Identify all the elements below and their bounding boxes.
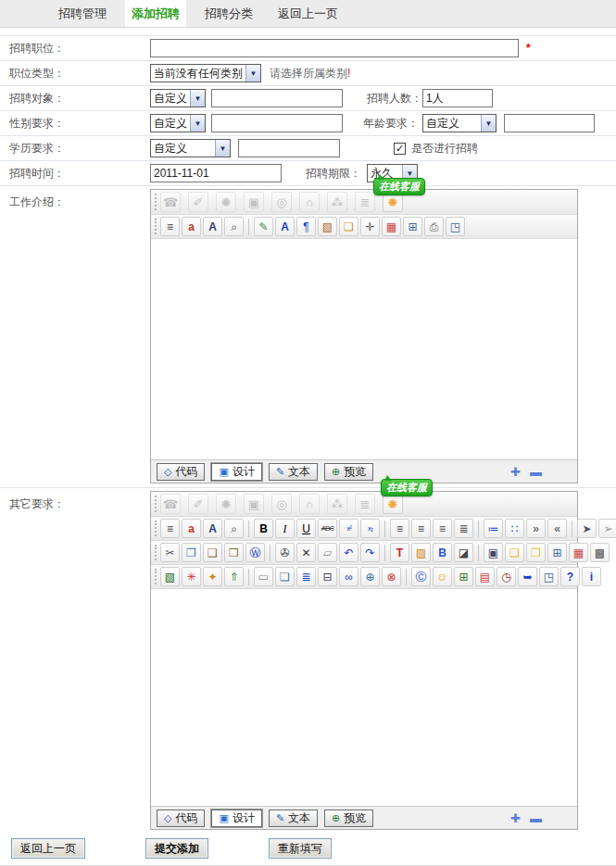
font-name-icon[interactable]: a bbox=[182, 217, 201, 236]
copy-icon[interactable]: ❐ bbox=[182, 543, 201, 562]
table-icon[interactable]: ⊞ bbox=[403, 217, 422, 236]
editor-tab-text[interactable]: ✎文本 bbox=[269, 810, 318, 827]
font-size-icon[interactable]: A bbox=[203, 519, 222, 538]
education-select[interactable]: 自定义 ▼ bbox=[150, 139, 231, 157]
font-name-icon[interactable]: a bbox=[182, 519, 201, 538]
age-select[interactable]: 自定义 ▼ bbox=[422, 114, 497, 132]
find-icon[interactable]: ✇ bbox=[275, 543, 295, 562]
outdent-icon[interactable]: « bbox=[547, 519, 567, 538]
fill-color-icon[interactable]: ▨ bbox=[411, 543, 431, 562]
submit-add-button[interactable]: 提交添加 bbox=[145, 838, 208, 859]
gender-custom-input[interactable] bbox=[211, 114, 343, 132]
align-right-icon[interactable]: ≡ bbox=[433, 519, 452, 538]
form-fields-icon[interactable]: ≣ bbox=[296, 567, 316, 586]
paragraph-mark-icon[interactable]: ¶ bbox=[296, 217, 316, 236]
job-title-input[interactable] bbox=[150, 39, 519, 57]
target-select[interactable]: 自定义 ▼ bbox=[150, 89, 206, 107]
refresh-component-icon[interactable]: Ⓒ bbox=[411, 567, 431, 586]
back-button[interactable]: 返回上一页 bbox=[11, 838, 85, 859]
paragraph-format-icon[interactable]: ≡ bbox=[160, 217, 180, 236]
select-cursor-icon[interactable]: ➤ bbox=[577, 519, 597, 538]
tools-icon[interactable]: ✛ bbox=[360, 217, 380, 236]
age-custom-input[interactable] bbox=[504, 114, 595, 132]
underline-icon[interactable]: U bbox=[296, 519, 316, 538]
headcount-input[interactable] bbox=[422, 89, 493, 107]
shrink-editor-icon[interactable]: ▬ bbox=[530, 811, 542, 825]
strikethrough-icon[interactable]: ABC bbox=[318, 519, 337, 538]
insert-image-icon[interactable]: ▧ bbox=[160, 567, 180, 586]
paste-special-icon[interactable]: ❒ bbox=[224, 543, 244, 562]
tab-recruitment-category[interactable]: 招聘分类 bbox=[198, 0, 259, 27]
insert-image-icon[interactable]: ▧ bbox=[318, 217, 337, 236]
fireworks-icon[interactable]: ✳ bbox=[182, 567, 201, 586]
excel-icon[interactable]: ⊞ bbox=[454, 567, 473, 586]
tab-back-previous-page[interactable]: 返回上一页 bbox=[271, 0, 345, 27]
text-color-icon[interactable]: T bbox=[390, 543, 409, 562]
expand-editor-icon[interactable]: ✚ bbox=[510, 811, 521, 825]
subscript-icon[interactable]: x₂ bbox=[360, 519, 380, 538]
print-icon[interactable]: ⎙ bbox=[424, 217, 444, 236]
help-icon[interactable]: ? bbox=[560, 567, 580, 586]
fullscreen-icon[interactable]: ◳ bbox=[539, 567, 559, 586]
object-icon[interactable]: ❏ bbox=[339, 217, 358, 236]
calendar-icon[interactable]: ▤ bbox=[475, 567, 495, 586]
plugin-settings-icon[interactable]: ✺ bbox=[383, 494, 403, 514]
editor-tab-preview[interactable]: ⊕预览 bbox=[324, 810, 373, 827]
editor-tab-code[interactable]: ◇代码 bbox=[157, 810, 205, 827]
shrink-editor-icon[interactable]: ▬ bbox=[530, 465, 542, 479]
zoom-icon[interactable]: ⌕ bbox=[224, 519, 244, 538]
remove-link-icon[interactable]: ⊗ bbox=[382, 567, 401, 586]
bold-icon[interactable]: B bbox=[254, 519, 273, 538]
redo-icon[interactable]: ↷ bbox=[360, 543, 380, 562]
highlight-color-icon[interactable]: B bbox=[433, 543, 452, 562]
zoom-icon[interactable]: ⌕ bbox=[224, 217, 244, 236]
clock-icon[interactable]: ◷ bbox=[497, 567, 516, 586]
align-justify-icon[interactable]: ≣ bbox=[454, 519, 473, 538]
delete-icon[interactable]: ✕ bbox=[296, 543, 316, 562]
component-doc-icon[interactable]: ❏ bbox=[275, 567, 295, 586]
weblink-globe-icon[interactable]: ⊕ bbox=[360, 567, 380, 586]
superscript-icon[interactable]: x² bbox=[339, 519, 358, 538]
wordart-icon[interactable]: ✦ bbox=[203, 567, 222, 586]
hyperlink-icon[interactable]: ∞ bbox=[339, 567, 358, 586]
other-req-editor-content[interactable] bbox=[151, 589, 577, 806]
border-icon[interactable]: ▣ bbox=[484, 543, 503, 562]
cut-icon[interactable]: ✂ bbox=[160, 543, 180, 562]
paste-word-icon[interactable]: Ⓦ bbox=[245, 543, 265, 562]
online-service-badge[interactable]: 在线客服 bbox=[381, 479, 433, 496]
target-custom-input[interactable] bbox=[211, 89, 343, 107]
job-type-select[interactable]: 当前没有任何类别 ▼ bbox=[150, 64, 261, 82]
marquee-icon[interactable]: ▦ bbox=[569, 543, 588, 562]
editor-tab-text[interactable]: ✎文本 bbox=[269, 463, 318, 481]
insert-table-icon[interactable]: ⊞ bbox=[547, 543, 567, 562]
edit-image-icon[interactable]: ✎ bbox=[254, 217, 273, 236]
font-color-icon[interactable]: A bbox=[275, 217, 295, 236]
education-custom-input[interactable] bbox=[238, 139, 340, 157]
editor-tab-code[interactable]: ◇代码 bbox=[157, 463, 205, 481]
bullet-list-icon[interactable]: ∷ bbox=[505, 519, 524, 538]
ordered-list-icon[interactable]: ≔ bbox=[484, 519, 503, 538]
reset-button[interactable]: 重新填写 bbox=[269, 838, 332, 859]
editor-tab-design[interactable]: ▣设计 bbox=[211, 810, 261, 827]
symbol-box-icon[interactable]: ▭ bbox=[254, 567, 273, 586]
tab-add-recruitment[interactable]: 添加招聘 bbox=[125, 0, 186, 27]
eraser-icon[interactable]: ▱ bbox=[318, 543, 337, 562]
fullscreen-icon[interactable]: ◳ bbox=[446, 217, 465, 236]
select-cursor-alt-icon[interactable]: ➢ bbox=[598, 519, 616, 538]
gradient-icon[interactable]: ◪ bbox=[454, 543, 473, 562]
editor-tab-design[interactable]: ▣设计 bbox=[211, 463, 261, 481]
paragraph-format-icon[interactable]: ≡ bbox=[160, 519, 180, 538]
upload-icon[interactable]: ⇑ bbox=[224, 567, 244, 586]
editor-tab-preview[interactable]: ⊕预览 bbox=[324, 463, 373, 481]
paste-icon[interactable]: ❑ bbox=[203, 543, 222, 562]
online-service-badge[interactable]: 在线客服 bbox=[373, 178, 425, 195]
italic-icon[interactable]: I bbox=[275, 519, 295, 538]
font-size-icon[interactable]: A bbox=[203, 217, 222, 236]
recruiting-checkbox[interactable]: ✓ bbox=[394, 143, 406, 155]
recruit-time-input[interactable] bbox=[150, 164, 282, 182]
emoticon-icon[interactable]: ☺ bbox=[433, 567, 452, 586]
gender-select[interactable]: 自定义 ▼ bbox=[150, 114, 206, 132]
textbox-icon[interactable]: ⊟ bbox=[318, 567, 337, 586]
job-intro-editor-content[interactable] bbox=[151, 239, 577, 459]
tab-recruitment-management[interactable]: 招聘管理 bbox=[52, 0, 113, 27]
